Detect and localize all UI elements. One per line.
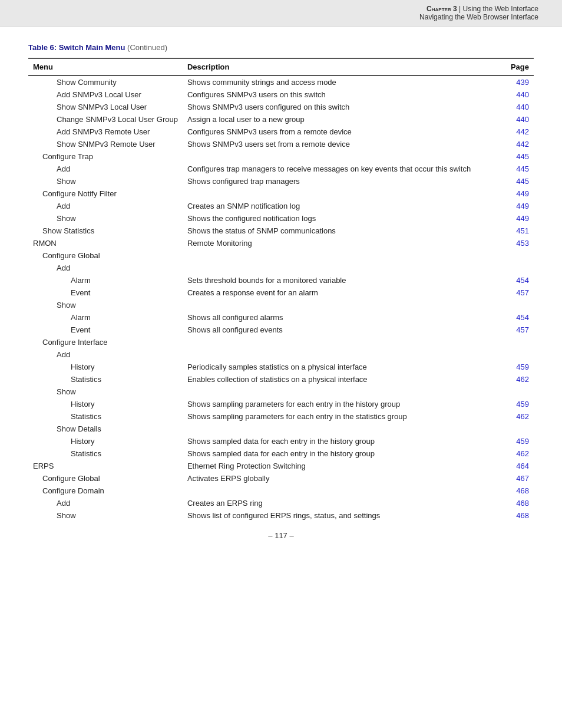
description-cell xyxy=(183,348,484,361)
description-cell xyxy=(183,485,484,497)
table-row: RMONRemote Monitoring453 xyxy=(28,237,534,249)
description-cell xyxy=(183,187,484,200)
table-title-normal: (Continued) xyxy=(125,43,167,52)
description-cell xyxy=(183,249,484,262)
menu-cell: Add xyxy=(28,262,183,274)
description-cell: Enables collection of statistics on a ph… xyxy=(183,373,484,386)
table-row: EventCreates a response event for an ala… xyxy=(28,286,534,299)
menu-cell: ERPS xyxy=(28,460,183,472)
menu-cell: History xyxy=(28,361,183,373)
description-cell: Shows sampling parameters for each entry… xyxy=(183,398,484,410)
menu-cell: Configure Domain xyxy=(28,485,183,497)
table-row: HistoryPeriodically samples statistics o… xyxy=(28,361,534,373)
menu-cell: Show xyxy=(28,386,183,398)
table-row: Show SNMPv3 Remote UserShows SNMPv3 user… xyxy=(28,138,534,150)
table-row: AlarmShows all configured alarms454 xyxy=(28,311,534,324)
menu-cell: Show Community xyxy=(28,75,183,88)
description-cell: Shows the configured notification logs xyxy=(183,212,484,225)
page-cell: 454 xyxy=(484,274,534,286)
table-row: Add SNMPv3 Remote UserConfigures SNMPv3 … xyxy=(28,126,534,138)
description-cell: Shows list of configured ERPS rings, sta… xyxy=(183,509,484,522)
description-cell: Shows sampled data for each entry in the… xyxy=(183,447,484,460)
description-cell: Shows SNMPv3 users set from a remote dev… xyxy=(183,138,484,150)
menu-cell: Statistics xyxy=(28,373,183,386)
page-cell: 440 xyxy=(484,113,534,126)
table-title-bold: Table 6: Switch Main Menu xyxy=(28,43,125,52)
table-row: HistoryShows sampling parameters for eac… xyxy=(28,398,534,410)
menu-cell: Show Details xyxy=(28,423,183,435)
main-table: Menu Description Page Show CommunityShow… xyxy=(28,58,534,522)
description-cell: Activates ERPS globally xyxy=(183,472,484,485)
menu-cell: Configure Interface xyxy=(28,336,183,348)
description-cell: Shows community strings and access mode xyxy=(183,75,484,88)
menu-cell: Add xyxy=(28,497,183,509)
menu-cell: Configure Notify Filter xyxy=(28,187,183,200)
page-cell: 459 xyxy=(484,435,534,447)
menu-cell: Alarm xyxy=(28,311,183,324)
menu-cell: Show SNMPv3 Remote User xyxy=(28,138,183,150)
description-cell xyxy=(183,336,484,348)
table-row: StatisticsEnables collection of statisti… xyxy=(28,373,534,386)
table-row: EventShows all configured events457 xyxy=(28,324,534,336)
menu-cell: Event xyxy=(28,324,183,336)
page-cell: 462 xyxy=(484,373,534,386)
page-cell: 442 xyxy=(484,126,534,138)
table-row: ShowShows list of configured ERPS rings,… xyxy=(28,509,534,522)
menu-cell: Add SNMPv3 Local User xyxy=(28,88,183,101)
page-cell: 454 xyxy=(484,311,534,324)
page-cell: 451 xyxy=(484,225,534,237)
menu-cell: Show xyxy=(28,212,183,225)
description-cell: Creates a response event for an alarm xyxy=(183,286,484,299)
menu-cell: Show xyxy=(28,175,183,187)
description-cell xyxy=(183,262,484,274)
page-header: Chapter 3 | Using the Web Interface Navi… xyxy=(0,0,562,27)
page-cell xyxy=(484,299,534,311)
description-cell: Shows SNMPv3 users configured on this sw… xyxy=(183,101,484,113)
page-cell: 440 xyxy=(484,101,534,113)
table-row: Add xyxy=(28,262,534,274)
page-cell xyxy=(484,262,534,274)
chapter-label: Chapter 3 xyxy=(427,5,457,13)
menu-cell: Alarm xyxy=(28,274,183,286)
nav-subtitle: Navigating the Web Browser Interface xyxy=(419,13,538,21)
table-row: Add xyxy=(28,348,534,361)
page-cell: 445 xyxy=(484,175,534,187)
menu-cell: Show Statistics xyxy=(28,225,183,237)
table-row: Configure Global xyxy=(28,249,534,262)
table-row: AddCreates an ERPS ring468 xyxy=(28,497,534,509)
page-cell xyxy=(484,386,534,398)
page-cell: 449 xyxy=(484,187,534,200)
description-cell: Creates an SNMP notification log xyxy=(183,200,484,212)
col-page: Page xyxy=(484,58,534,75)
page-content: Table 6: Switch Main Menu (Continued) Me… xyxy=(0,27,562,569)
table-row: Configure GlobalActivates ERPS globally4… xyxy=(28,472,534,485)
description-cell: Ethernet Ring Protection Switching xyxy=(183,460,484,472)
table-row: ShowShows the configured notification lo… xyxy=(28,212,534,225)
page-cell xyxy=(484,249,534,262)
table-row: Configure Notify Filter449 xyxy=(28,187,534,200)
menu-cell: Add xyxy=(28,200,183,212)
menu-cell: Statistics xyxy=(28,410,183,423)
description-cell: Configures trap managers to receive mess… xyxy=(183,163,484,175)
description-cell: Shows all configured events xyxy=(183,324,484,336)
page-cell: 464 xyxy=(484,460,534,472)
page-cell: 449 xyxy=(484,212,534,225)
page-cell: 462 xyxy=(484,410,534,423)
page-cell: 453 xyxy=(484,237,534,249)
page-cell: 457 xyxy=(484,324,534,336)
page-cell: 467 xyxy=(484,472,534,485)
table-row: AddConfigures trap managers to receive m… xyxy=(28,163,534,175)
description-cell: Periodically samples statistics on a phy… xyxy=(183,361,484,373)
description-cell xyxy=(183,423,484,435)
table-row: Show xyxy=(28,299,534,311)
menu-cell: History xyxy=(28,398,183,410)
page-cell: 459 xyxy=(484,398,534,410)
page-cell: 462 xyxy=(484,447,534,460)
description-cell: Shows the status of SNMP communications xyxy=(183,225,484,237)
description-cell xyxy=(183,150,484,163)
table-row: Show Details xyxy=(28,423,534,435)
table-row: Show xyxy=(28,386,534,398)
table-row: Show StatisticsShows the status of SNMP … xyxy=(28,225,534,237)
col-description: Description xyxy=(183,58,484,75)
chapter-separator: | xyxy=(457,5,463,13)
